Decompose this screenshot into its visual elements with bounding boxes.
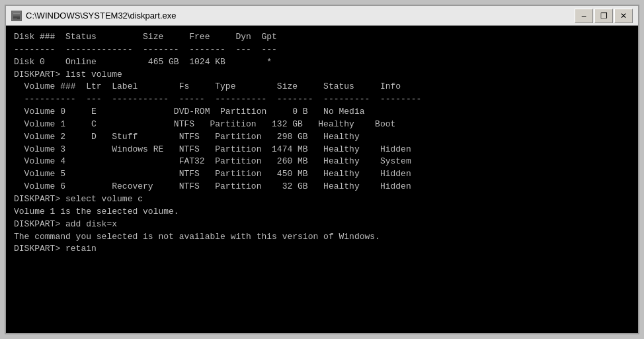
console-line: Volume 4 FAT32 Partition 260 MB Healthy … <box>14 156 630 168</box>
console-line: Volume 5 NTFS Partition 450 MB Healthy H… <box>14 168 630 181</box>
close-button[interactable]: ✕ <box>614 9 633 23</box>
console-line: Disk 0 Online 465 GB 1024 KB * <box>14 56 630 69</box>
console-output: Disk ### Status Size Free Dyn Gpt-------… <box>6 26 638 333</box>
console-line: ---------- --- ----------- ----- -------… <box>14 93 630 106</box>
console-line: DISKPART> list volume <box>14 69 630 81</box>
console-line: The command you selected is not availabl… <box>14 231 630 244</box>
svg-rect-3 <box>13 17 20 17</box>
console-line: -------- ------------- ------- ------- -… <box>14 44 630 56</box>
svg-rect-1 <box>13 13 20 15</box>
console-line: Volume 1 C NTFS Partition 132 GB Healthy… <box>14 119 630 131</box>
console-line: Volume 2 D Stuff NTFS Partition 298 GB H… <box>14 131 630 144</box>
titlebar-controls: – ❐ ✕ <box>575 9 633 23</box>
console-line: DISKPART> retain <box>14 243 630 256</box>
titlebar-left: C:\WINDOWS\SYSTEM32\diskpart.exe <box>11 11 177 21</box>
window-title: C:\WINDOWS\SYSTEM32\diskpart.exe <box>26 11 177 21</box>
console-line: Volume 3 Windows RE NTFS Partition 1474 … <box>14 144 630 156</box>
console-line: DISKPART> add disk=x <box>14 218 630 231</box>
app-icon <box>11 11 22 21</box>
console-line: DISKPART> select volume c <box>14 193 630 206</box>
console-line: Volume ### Ltr Label Fs Type Size Status… <box>14 81 630 93</box>
titlebar: C:\WINDOWS\SYSTEM32\diskpart.exe – ❐ ✕ <box>6 6 638 26</box>
console-line: Volume 6 Recovery NTFS Partition 32 GB H… <box>14 181 630 193</box>
console-line: Disk ### Status Size Free Dyn Gpt <box>14 31 630 44</box>
svg-rect-4 <box>13 18 17 19</box>
svg-rect-2 <box>13 15 20 16</box>
console-line: Volume 1 is the selected volume. <box>14 206 630 218</box>
maximize-button[interactable]: ❐ <box>594 9 613 23</box>
console-line: Volume 0 E DVD-ROM Partition 0 B No Medi… <box>14 106 630 119</box>
minimize-button[interactable]: – <box>575 9 593 23</box>
main-window: C:\WINDOWS\SYSTEM32\diskpart.exe – ❐ ✕ D… <box>5 5 639 334</box>
